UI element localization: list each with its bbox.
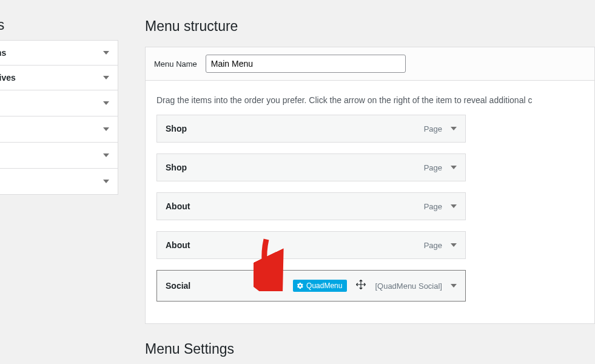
menu-instructions: Drag the items into the order you prefer… (146, 81, 594, 111)
menu-item-type: [QuadMenu Social] (375, 281, 442, 291)
metabox-1-label: hives (0, 73, 16, 83)
menu-item-title: Social (166, 281, 190, 291)
menu-item-type: Page (424, 241, 442, 250)
metabox-0-header[interactable]: ms (0, 41, 118, 65)
menu-item-about-1[interactable]: About Page (156, 192, 466, 220)
chevron-down-icon (103, 76, 109, 79)
metabox-4-header[interactable] (0, 143, 118, 168)
menu-item-bar[interactable]: Shop Page (157, 154, 465, 181)
chevron-down-icon (103, 101, 109, 105)
menu-panel: Menu Name Drag the items into the order … (145, 47, 595, 324)
menu-item-title: About (166, 201, 190, 211)
quadmenu-label: QuadMenu (306, 281, 342, 290)
menu-item-about-2[interactable]: About Page (156, 231, 466, 259)
menu-item-meta: QuadMenu [QuadMenu Social] (293, 279, 457, 292)
metabox-2-header[interactable] (0, 90, 118, 116)
menu-items-list: Shop Page Shop Page (146, 111, 594, 323)
metabox-1: hives (0, 65, 118, 90)
metabox-3 (0, 116, 118, 143)
menu-structure-panel: Menu structure Menu Name Drag the items … (145, 18, 595, 357)
menu-item-meta: Page (424, 241, 457, 250)
gear-icon (297, 282, 304, 289)
menu-item-title: Shop (166, 163, 187, 172)
chevron-down-icon[interactable] (451, 243, 457, 247)
chevron-down-icon (103, 180, 109, 183)
menu-item-bar[interactable]: About Page (157, 193, 465, 220)
metabox-1-header[interactable]: hives (0, 66, 118, 90)
menu-item-bar[interactable]: Social QuadMenu [QuadMenu Social] (157, 271, 465, 301)
metabox-2 (0, 90, 118, 116)
move-cursor-icon (355, 279, 366, 292)
menu-settings-heading: Menu Settings (145, 341, 595, 357)
menu-item-type: Page (424, 124, 442, 133)
add-items-heading: ns (0, 17, 118, 41)
menu-item-meta: Page (424, 163, 457, 172)
metabox-0: ms (0, 40, 118, 66)
add-items-sidebar: ns ms hives (0, 17, 118, 195)
menu-name-input[interactable] (206, 55, 406, 73)
menu-item-title: Shop (166, 124, 187, 133)
menu-item-shop-2[interactable]: Shop Page (156, 153, 466, 181)
metabox-5-header[interactable] (0, 169, 118, 194)
chevron-down-icon (103, 153, 109, 157)
chevron-down-icon[interactable] (451, 204, 457, 208)
chevron-down-icon (103, 51, 109, 55)
quadmenu-button[interactable]: QuadMenu (293, 280, 347, 292)
metabox-4 (0, 142, 118, 169)
menu-item-bar[interactable]: Shop Page (157, 115, 465, 142)
menu-item-meta: Page (424, 124, 457, 133)
menu-item-shop-1[interactable]: Shop Page (156, 115, 466, 143)
menu-name-bar: Menu Name (146, 47, 594, 81)
menu-item-social[interactable]: Social QuadMenu [QuadMenu Social] (156, 270, 466, 302)
menu-item-meta: Page (424, 202, 457, 211)
menu-item-left: Social (166, 281, 190, 291)
metabox-0-label: ms (0, 48, 6, 58)
chevron-down-icon[interactable] (451, 127, 457, 130)
menu-name-label: Menu Name (154, 59, 197, 69)
chevron-down-icon (103, 127, 109, 131)
menu-item-type: Page (424, 163, 442, 172)
metabox-3-header[interactable] (0, 116, 118, 142)
metabox-5 (0, 168, 118, 195)
chevron-down-icon[interactable] (451, 166, 457, 169)
menu-structure-heading: Menu structure (145, 18, 595, 35)
menu-item-type: Page (424, 202, 442, 211)
menu-item-title: About (166, 240, 190, 250)
chevron-down-icon[interactable] (451, 284, 457, 288)
menu-item-bar[interactable]: About Page (157, 232, 465, 258)
